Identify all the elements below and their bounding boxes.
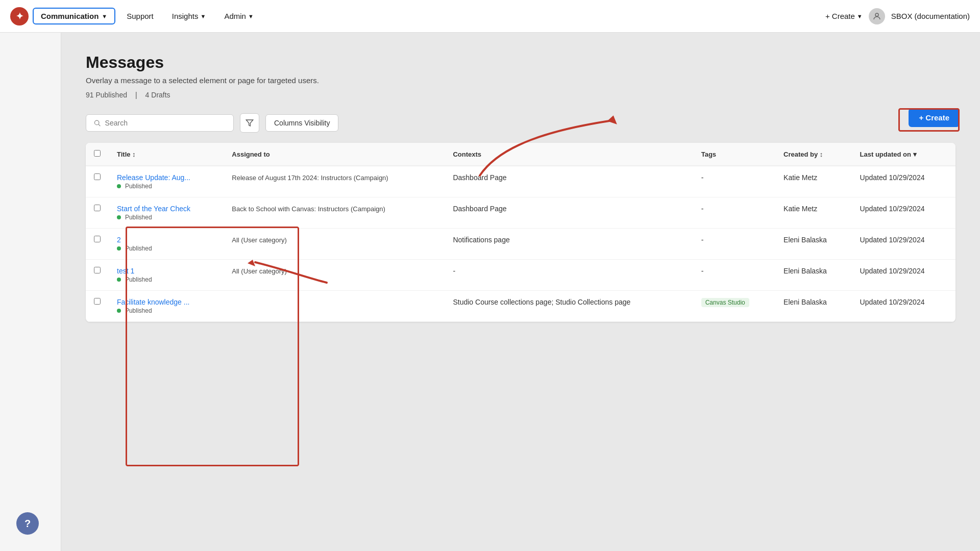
admin-nav-button[interactable]: Admin ▼ — [217, 9, 260, 23]
last-updated-value: Updated 10/29/2024 — [860, 173, 925, 182]
title-cell: Release Update: Aug... Published — [109, 166, 224, 197]
tags-cell: Canvas Studio — [693, 291, 775, 322]
table-row: Release Update: Aug... Published Release… — [86, 166, 955, 197]
row-select-checkbox[interactable] — [94, 173, 101, 180]
contexts-cell: Dashboard Page — [445, 197, 693, 229]
last-updated-cell: Updated 10/29/2024 — [852, 166, 955, 197]
assigned-to-cell: All (User category) — [224, 260, 445, 291]
nav-right-section: + Create ▼ SBOX (documentation) — [825, 8, 970, 24]
stats-row: 91 Published | 4 Drafts — [86, 91, 955, 99]
created-by-value: Katie Metz — [783, 173, 817, 182]
svg-point-0 — [875, 13, 878, 16]
row-checkbox-cell[interactable] — [86, 229, 109, 260]
contexts-value: Dashboard Page — [453, 205, 506, 213]
contexts-value: Studio Course collections page; Studio C… — [453, 298, 630, 306]
created-by-cell: Katie Metz — [775, 166, 852, 197]
contexts-cell: Studio Course collections page; Studio C… — [445, 291, 693, 322]
row-select-checkbox[interactable] — [94, 205, 101, 211]
sidebar — [0, 33, 61, 551]
contexts-cell: Notifications page — [445, 229, 693, 260]
messages-table: Title ↕ Assigned to Contexts Tags Create… — [86, 143, 955, 322]
status-text: Published — [125, 307, 152, 314]
status-text: Published — [125, 214, 152, 221]
last-updated-column-header[interactable]: Last updated on ▾ — [852, 143, 955, 166]
message-title-link[interactable]: Start of the Year Check — [117, 205, 190, 213]
drafts-count: 4 Drafts — [145, 91, 170, 99]
status-dot — [117, 278, 121, 282]
assigned-to-column-header[interactable]: Assigned to — [224, 143, 445, 166]
stats-divider: | — [135, 91, 137, 99]
tags-empty: - — [701, 205, 704, 213]
row-select-checkbox[interactable] — [94, 267, 101, 273]
status-text: Published — [125, 183, 152, 190]
tags-empty: - — [701, 173, 704, 182]
content-area: Messages Overlay a message to a selected… — [61, 33, 980, 551]
last-updated-cell: Updated 10/29/2024 — [852, 197, 955, 229]
select-all-header[interactable] — [86, 143, 109, 166]
message-title-link[interactable]: 2 — [117, 236, 121, 244]
tags-column-header[interactable]: Tags — [693, 143, 775, 166]
search-input[interactable] — [105, 119, 226, 127]
create-nav-button[interactable]: + Create ▼ — [825, 12, 863, 20]
table-row: Start of the Year Check Published Back t… — [86, 197, 955, 229]
created-by-cell: Katie Metz — [775, 197, 852, 229]
select-all-checkbox[interactable] — [94, 150, 101, 157]
top-navigation: ✦ Communication ▼ Support Insights ▼ Adm… — [0, 0, 980, 33]
row-checkbox-cell[interactable] — [86, 166, 109, 197]
message-title-link[interactable]: Release Update: Aug... — [117, 173, 190, 182]
last-updated-value: Updated 10/29/2024 — [860, 205, 925, 213]
row-checkbox-cell[interactable] — [86, 260, 109, 291]
assigned-to-value: All (User category) — [232, 236, 287, 244]
create-highlighted-button[interactable]: + Create — [909, 108, 960, 127]
assigned-to-cell: Back to School with Canvas: Instructors … — [224, 197, 445, 229]
contexts-cell: - — [445, 260, 693, 291]
filter-icon — [246, 119, 254, 127]
app-logo: ✦ — [10, 7, 29, 26]
status-dot — [117, 215, 121, 219]
contexts-value: Dashboard Page — [453, 173, 506, 182]
assigned-to-value: Back to School with Canvas: Instructors … — [232, 205, 385, 213]
tags-cell: - — [693, 260, 775, 291]
insights-nav-button[interactable]: Insights ▼ — [165, 9, 213, 23]
table-row: Facilitate knowledge ... Published Studi… — [86, 291, 955, 322]
chevron-down-icon: ▼ — [200, 13, 206, 19]
row-select-checkbox[interactable] — [94, 236, 101, 242]
toolbar: Columns Visibility — [86, 113, 955, 133]
last-updated-cell: Updated 10/29/2024 — [852, 260, 955, 291]
columns-visibility-button[interactable]: Columns Visibility — [265, 114, 338, 132]
search-box — [86, 114, 234, 132]
status-dot — [117, 184, 121, 188]
title-column-header[interactable]: Title ↕ — [109, 143, 224, 166]
help-button[interactable]: ? — [16, 512, 39, 535]
svg-point-1 — [94, 120, 99, 125]
row-checkbox-cell[interactable] — [86, 197, 109, 229]
row-select-checkbox[interactable] — [94, 298, 101, 305]
created-by-value: Eleni Balaska — [783, 236, 827, 244]
tags-cell: - — [693, 166, 775, 197]
tags-empty: - — [701, 236, 704, 244]
communication-nav-button[interactable]: Communication ▼ — [33, 8, 115, 24]
title-cell: Facilitate knowledge ... Published — [109, 291, 224, 322]
status-text: Published — [125, 245, 152, 252]
last-updated-value: Updated 10/29/2024 — [860, 267, 925, 275]
assigned-to-cell: All (User category) — [224, 229, 445, 260]
status-dot — [117, 246, 121, 251]
created-by-column-header[interactable]: Created by ↕ — [775, 143, 852, 166]
svg-marker-3 — [246, 120, 253, 126]
org-label: SBOX (documentation) — [891, 12, 970, 20]
page-title: Messages — [86, 53, 955, 72]
assigned-to-cell — [224, 291, 445, 322]
chevron-down-icon: ▼ — [248, 13, 254, 19]
last-updated-value: Updated 10/29/2024 — [860, 236, 925, 244]
contexts-column-header[interactable]: Contexts — [445, 143, 693, 166]
support-nav-button[interactable]: Support — [119, 9, 161, 23]
assigned-to-value: All (User category) — [232, 267, 287, 275]
user-avatar[interactable] — [869, 8, 885, 24]
row-checkbox-cell[interactable] — [86, 291, 109, 322]
message-title-link[interactable]: test 1 — [117, 267, 134, 275]
contexts-value: Notifications page — [453, 236, 509, 244]
search-icon — [93, 119, 101, 127]
tags-cell: - — [693, 229, 775, 260]
filter-button[interactable] — [240, 113, 259, 133]
message-title-link[interactable]: Facilitate knowledge ... — [117, 298, 189, 306]
